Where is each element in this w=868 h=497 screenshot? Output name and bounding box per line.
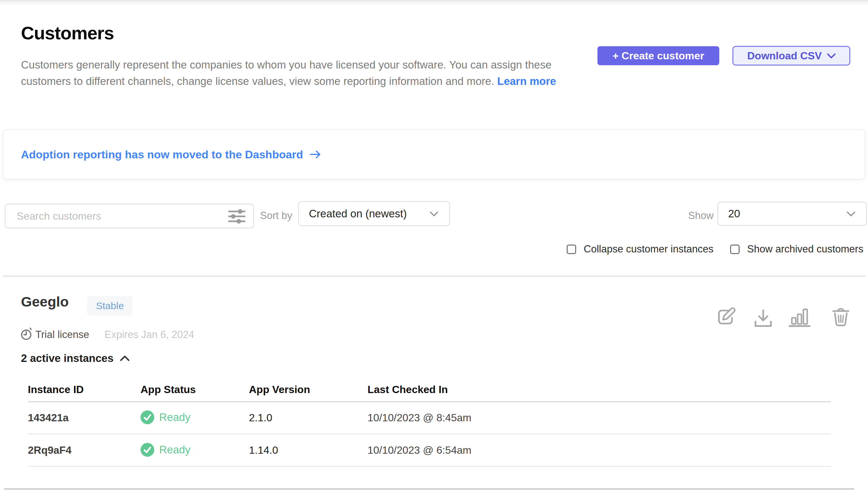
learn-more-link[interactable]: Learn more xyxy=(497,75,556,87)
active-instances-label: 2 active instances xyxy=(21,352,114,365)
arrow-right-icon xyxy=(310,150,321,159)
table-header-app-version: App Version xyxy=(249,384,310,396)
show-count-value: 20 xyxy=(728,208,740,220)
table-header-app-status: App Status xyxy=(141,384,196,396)
table-header-divider xyxy=(28,401,831,402)
page-title: Customers xyxy=(21,22,114,44)
clock-icon xyxy=(20,327,33,341)
table-row-divider xyxy=(28,434,831,435)
chevron-down-icon xyxy=(827,53,836,59)
page-bottom-divider xyxy=(4,488,854,490)
table-bottom-divider xyxy=(28,466,831,467)
table-header-last-checked-in: Last Checked In xyxy=(368,384,448,396)
show-count-dropdown[interactable]: 20 xyxy=(717,202,867,226)
bar-chart-button[interactable] xyxy=(789,307,810,327)
app-status-cell: Ready xyxy=(141,410,190,424)
show-label: Show xyxy=(688,210,714,222)
last-checked-in-cell: 10/10/2023 @ 6:54am xyxy=(368,444,471,456)
download-csv-label: Download CSV xyxy=(747,50,822,62)
adoption-banner: Adoption reporting has now moved to the … xyxy=(3,129,865,180)
sort-dropdown-value: Created on (newest) xyxy=(309,208,407,220)
filter-sliders-icon[interactable] xyxy=(227,209,246,224)
download-customer-button[interactable] xyxy=(753,309,773,328)
page-description-text: Customers generally represent the compan… xyxy=(21,59,551,87)
trash-icon[interactable] xyxy=(831,306,850,327)
customer-name[interactable]: Geeglo xyxy=(21,294,69,310)
section-divider xyxy=(3,275,865,277)
show-archived-checkbox-group[interactable]: Show archived customers xyxy=(730,243,864,255)
show-archived-label: Show archived customers xyxy=(747,243,864,255)
license-type-label: Trial license xyxy=(35,329,89,341)
last-checked-in-cell: 10/10/2023 @ 8:45am xyxy=(368,412,471,424)
chevron-down-icon xyxy=(429,211,439,217)
active-instances-toggle[interactable]: 2 active instances xyxy=(21,352,130,365)
check-circle-icon xyxy=(141,410,154,424)
create-customer-button[interactable]: + Create customer xyxy=(598,46,719,65)
check-circle-icon xyxy=(141,443,154,457)
show-archived-checkbox[interactable] xyxy=(730,244,740,254)
app-version-cell: 2.1.0 xyxy=(249,412,272,424)
instance-id-cell: 2Rq9aF4 xyxy=(28,444,71,456)
app-status-cell: Ready xyxy=(141,443,190,457)
create-customer-label: + Create customer xyxy=(613,50,704,62)
app-version-cell: 1.14.0 xyxy=(249,444,278,456)
app-status-text: Ready xyxy=(159,411,190,424)
search-input[interactable] xyxy=(5,204,253,228)
search-box xyxy=(4,203,254,228)
sort-by-label: Sort by xyxy=(260,210,292,222)
page-description: Customers generally represent the compan… xyxy=(21,57,578,89)
sort-dropdown[interactable]: Created on (newest) xyxy=(298,201,450,226)
table-header-instance-id: Instance ID xyxy=(28,384,84,396)
instance-id-cell: 143421a xyxy=(28,412,69,424)
collapse-instances-checkbox-group[interactable]: Collapse customer instances xyxy=(567,243,713,255)
collapse-instances-label: Collapse customer instances xyxy=(584,243,713,255)
app-status-text: Ready xyxy=(159,443,190,456)
adoption-banner-link[interactable]: Adoption reporting has now moved to the … xyxy=(21,148,321,161)
chevron-up-icon xyxy=(120,355,130,361)
top-shadow xyxy=(0,0,868,6)
chevron-down-icon xyxy=(847,211,856,217)
customers-page: Customers Customers generally represent … xyxy=(0,0,868,497)
collapse-instances-checkbox[interactable] xyxy=(567,244,576,254)
download-csv-button[interactable]: Download CSV xyxy=(732,46,850,66)
adoption-banner-text: Adoption reporting has now moved to the … xyxy=(21,148,303,161)
license-expires-label: Expires Jan 6, 2024 xyxy=(104,329,194,341)
edit-customer-button[interactable] xyxy=(716,307,736,327)
channel-badge: Stable xyxy=(87,296,133,316)
